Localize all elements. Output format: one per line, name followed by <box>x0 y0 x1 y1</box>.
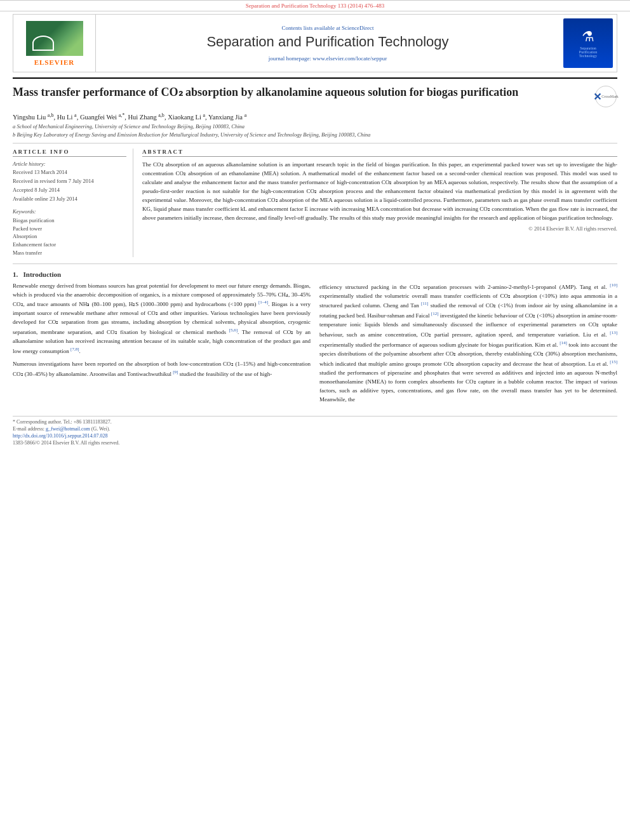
journal-logo-text: SeparationPurificationTechnology <box>579 46 597 58</box>
crossmark-badge: ✕CrossMark <box>594 85 617 108</box>
journal-logo-box: ⚗ SeparationPurificationTechnology <box>563 18 613 68</box>
article-info-header: ARTICLE INFO <box>13 149 126 157</box>
history-label: Article history: <box>13 161 126 167</box>
email-label: E-mail address: <box>13 426 44 432</box>
journal-logo-area: ⚗ SeparationPurificationTechnology <box>560 15 617 72</box>
authors-line: Yingshu Liu a,b, Hu Li a, Guangfei Wei a… <box>13 112 617 121</box>
section-divider <box>13 143 617 143</box>
keyword-3: Absorption <box>13 232 126 241</box>
accepted-date: Accepted 8 July 2014 <box>13 187 126 194</box>
keywords-block: Keywords: Biogas purification Packed tow… <box>13 208 126 257</box>
received-date: Received 13 March 2014 <box>13 169 126 177</box>
journal-title: Separation and Purification Technology <box>206 34 448 50</box>
journal-header: ELSEVIER Contents lists available at Sci… <box>13 14 617 72</box>
authors-text: Yingshu Liu a,b, Hu Li a, Guangfei Wei a… <box>13 114 246 121</box>
keyword-5: Mass transfer <box>13 249 126 257</box>
keyword-2: Packed tower <box>13 225 126 233</box>
doi-link[interactable]: http://dx.doi.org/10.1016/j.seppur.2014.… <box>13 433 107 439</box>
intro-col-right: efficiency structured packing in the CO₂… <box>319 282 617 408</box>
email-address[interactable]: g_fwei@hotmail.com <box>46 426 90 432</box>
intro-para-1: Renewable energy derived from biomass so… <box>13 282 311 357</box>
main-content: Mass transfer performance of CO₂ absorpt… <box>13 77 617 408</box>
intro-col-left: Renewable energy derived from biomass so… <box>13 282 311 408</box>
journal-homepage[interactable]: journal homepage: www.elsevier.com/locat… <box>269 55 387 62</box>
affiliation-a: a School of Mechanical Engineering, Univ… <box>13 123 617 131</box>
journal-info-center: Contents lists available at ScienceDirec… <box>96 15 560 72</box>
sciencedirect-notice: Contents lists available at ScienceDirec… <box>282 25 374 31</box>
corresponding-author: * Corresponding author. Tel.: +86 138111… <box>13 419 617 425</box>
journal-logo-icon: ⚗ <box>582 29 594 45</box>
article-info-column: ARTICLE INFO Article history: Received 1… <box>13 149 133 257</box>
article-history-block: Article history: Received 13 March 2014 … <box>13 161 126 203</box>
introduction-section: 1. Introduction Renewable energy derived… <box>13 270 617 408</box>
affiliation-b: b Beijing Key Laboratory of Energy Savin… <box>13 131 617 139</box>
elsevier-logo-area: ELSEVIER <box>13 15 96 72</box>
intro-para-2: Numerous investigations have been report… <box>13 360 311 379</box>
email-author-note: (G. Wei). <box>91 426 111 432</box>
elsevier-wordmark: ELSEVIER <box>34 58 75 66</box>
section-title-text: Introduction <box>23 270 62 278</box>
journal-citation: Separation and Purification Technology 1… <box>246 3 385 9</box>
top-divider <box>13 77 617 79</box>
available-date: Available online 23 July 2014 <box>13 196 126 203</box>
sciencedirect-link[interactable]: ScienceDirect <box>342 25 373 31</box>
elsevier-tree-graphic <box>26 21 83 56</box>
email-line: E-mail address: g_fwei@hotmail.com (G. W… <box>13 426 617 432</box>
corresponding-author-text: * Corresponding author. Tel.: +86 138111… <box>13 419 112 425</box>
section-number: 1. <box>13 270 18 278</box>
crossmark-icon: ✕CrossMark <box>595 86 617 107</box>
intro-section-title: 1. Introduction <box>13 270 617 278</box>
issn-line: 1383-5866/© 2014 Elsevier B.V. All right… <box>13 440 617 446</box>
keyword-1: Biogas purification <box>13 217 126 225</box>
keywords-label: Keywords: <box>13 208 126 215</box>
abstract-text: The CO₂ absorption of an aqueous alkanol… <box>142 161 617 223</box>
revised-date: Received in revised form 7 July 2014 <box>13 178 126 185</box>
footer-area: * Corresponding author. Tel.: +86 138111… <box>13 416 617 446</box>
doi-line: http://dx.doi.org/10.1016/j.seppur.2014.… <box>13 433 617 439</box>
journal-top-bar: Separation and Purification Technology 1… <box>0 0 630 11</box>
intro-para-3: efficiency structured packing in the CO₂… <box>319 282 617 404</box>
abstract-column: ABSTRACT The CO₂ absorption of an aqueou… <box>142 149 617 257</box>
article-title-area: Mass transfer performance of CO₂ absorpt… <box>13 85 617 108</box>
article-info-abstract-section: ARTICLE INFO Article history: Received 1… <box>13 149 617 257</box>
abstract-paragraph: The CO₂ absorption of an aqueous alkanol… <box>142 161 617 223</box>
page: Separation and Purification Technology 1… <box>0 0 630 446</box>
article-title: Mass transfer performance of CO₂ absorpt… <box>13 85 588 100</box>
body-divider <box>13 263 617 264</box>
abstract-header: ABSTRACT <box>142 149 617 157</box>
copyright-line: © 2014 Elsevier B.V. All rights reserved… <box>142 225 617 232</box>
intro-body: Renewable energy derived from biomass so… <box>13 282 617 408</box>
keyword-4: Enhancement factor <box>13 241 126 249</box>
